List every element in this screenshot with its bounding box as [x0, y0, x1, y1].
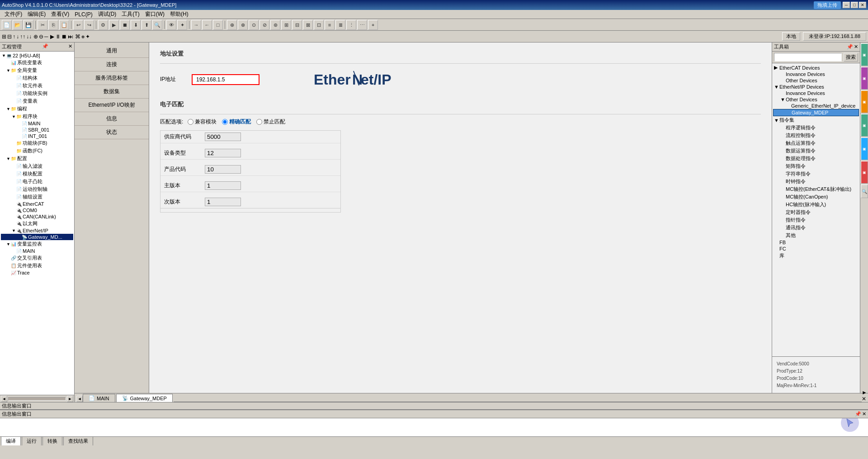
local-button[interactable]: 本地	[782, 32, 800, 41]
tb-mc-canopen[interactable]: MC轴控(CanOpen)	[773, 193, 859, 201]
tree-item-softvar[interactable]: 📄 软元件表	[1, 82, 73, 90]
tb-generic-eip[interactable]: Generic_EtherNet_IP_device	[773, 103, 859, 109]
io-tab-compile[interactable]: 编译	[1, 436, 21, 445]
tree-item-config[interactable]: ▼ 📁 配置	[1, 155, 73, 162]
right-btn2[interactable]: ▣	[861, 67, 868, 90]
tb-ethercat-inovance[interactable]: Inovance Devices	[773, 71, 859, 77]
pin-icon-info[interactable]: 📌	[855, 411, 861, 417]
tb-ethercat-other[interactable]: Other Devices	[773, 77, 859, 84]
tab-scroll-right[interactable]: ►	[862, 389, 867, 396]
tree-item-varmon[interactable]: ▼ 📊 变量监控表	[1, 240, 73, 248]
monitor-btn[interactable]: 👁	[166, 20, 176, 30]
tb2-btn8[interactable]: ⊖	[39, 33, 43, 40]
tree-item-sbr001[interactable]: 📄 SBR_001	[1, 127, 73, 133]
tb-data-calc[interactable]: 数据运算指令	[773, 147, 859, 155]
tb-clock[interactable]: 时钟指令	[773, 178, 859, 185]
tree-item-ethercat[interactable]: 🔌 EtherCAT	[1, 201, 73, 207]
tree-item-infilter[interactable]: 📄 输入滤波	[1, 162, 73, 170]
tree-item-com0[interactable]: 🔌 COM0	[1, 207, 73, 213]
tb-mc-ethercat[interactable]: MC轴控(EtherCAT&脉冲输出)	[773, 185, 859, 193]
tb-ethernetip-devices[interactable]: ▼EtherNet/IP Devices	[773, 84, 859, 90]
right-btn5[interactable]: ▣	[861, 137, 868, 160]
tb2-btn6[interactable]: ↓↓	[26, 33, 32, 40]
tree-scroll-left[interactable]: ◄	[1, 396, 7, 402]
redo-btn[interactable]: ↪	[84, 20, 94, 30]
run-btn[interactable]: ▶	[109, 20, 119, 30]
nav-dataset[interactable]: 数据集	[75, 85, 149, 99]
tb2-btn13[interactable]: ⏭	[68, 33, 73, 40]
nav-info[interactable]: 信息	[75, 112, 149, 126]
tb2-btn3[interactable]: ↑	[13, 33, 15, 40]
tree-content[interactable]: ▼ 💻 22 [H5U-A8] 📊 系统变量表 ▼ 📁 全局变量 📄 结构体	[0, 52, 74, 395]
tb-extra9[interactable]: ⊡	[314, 20, 324, 30]
tb-extra10[interactable]: ≡	[325, 20, 335, 30]
radio-compat[interactable]: 兼容模块	[188, 118, 217, 126]
field-devtype-input[interactable]	[205, 149, 241, 157]
tree-item-fc[interactable]: 📁 函数(FC)	[1, 147, 73, 155]
open-btn[interactable]: 📂	[13, 20, 23, 30]
tree-item-main[interactable]: 📄 MAIN	[1, 120, 73, 127]
undo-btn[interactable]: ↩	[73, 20, 83, 30]
cross-ref-btn[interactable]: ✦	[177, 20, 187, 30]
tb-prog-logic[interactable]: 程序逻辑指令	[773, 124, 859, 132]
tree-scroll-right[interactable]: ►	[67, 396, 73, 402]
tb2-btn9[interactable]: ─	[44, 33, 48, 40]
close-tree-icon[interactable]: ✕	[68, 43, 72, 50]
tb-timer[interactable]: 定时器指令	[773, 208, 859, 216]
field-vendcode-input[interactable]	[205, 132, 241, 141]
ip-input[interactable]	[192, 74, 259, 85]
right-btn1[interactable]: ▣	[861, 43, 868, 66]
tree-item-fbinst[interactable]: 📄 功能块实例	[1, 90, 73, 97]
menu-tools[interactable]: 工具(T)	[119, 9, 142, 19]
tree-scrollbar[interactable]	[8, 397, 66, 401]
io-tab-findresult[interactable]: 查找结果	[63, 436, 93, 445]
disconnect-btn[interactable]: ←	[202, 20, 212, 30]
tb-ethernetip-inovance[interactable]: Inovance Devices	[773, 90, 859, 96]
ip-button[interactable]: 未登录:IP:192.168.1.88	[803, 32, 866, 41]
tb2-btn11[interactable]: ⏸	[55, 33, 61, 40]
close-button[interactable]: ✕	[859, 2, 866, 8]
tree-item-root[interactable]: ▼ 💻 22 [H5U-A8]	[1, 52, 73, 59]
tb-extra5[interactable]: ⊛	[270, 20, 280, 30]
tree-item-motion[interactable]: 📄 运动控制轴	[1, 185, 73, 193]
tb2-btn5[interactable]: ↑↑	[20, 33, 25, 40]
field-majver-input[interactable]	[205, 181, 241, 190]
nav-connect[interactable]: 连接	[75, 58, 149, 71]
right-btn3[interactable]: ▣	[861, 90, 868, 113]
search-btn[interactable]: 🔍	[152, 20, 162, 30]
tb2-btn15[interactable]: ✦	[85, 33, 90, 40]
field-prodcode-input[interactable]	[205, 165, 241, 174]
tb-extra7[interactable]: ⊟	[292, 20, 302, 30]
nav-general[interactable]: 通用	[75, 44, 149, 58]
tb-fb[interactable]: FB	[773, 239, 859, 246]
panel-btn[interactable]: □	[213, 20, 223, 30]
tb-extra14[interactable]: ⌖	[368, 20, 378, 30]
compile-btn[interactable]: ⚙	[98, 20, 108, 30]
tb-extra6[interactable]: ⊞	[281, 20, 291, 30]
tb-fc[interactable]: FC	[773, 246, 859, 252]
tree-item-axisgrp[interactable]: 📄 轴组设置	[1, 193, 73, 201]
download-btn[interactable]: ⬇	[131, 20, 141, 30]
tb-pointer[interactable]: 指针指令	[773, 216, 859, 224]
nav-io-map[interactable]: Ethernet/IP I/O映射	[75, 99, 149, 112]
tree-item-modconfig[interactable]: 📄 模块配置	[1, 170, 73, 178]
tb-flow-ctrl[interactable]: 流程控制指令	[773, 132, 859, 139]
menu-plc[interactable]: PLC(P)	[72, 10, 95, 19]
nav-status[interactable]: 状态	[75, 126, 149, 139]
tb-extra1[interactable]: ⊕	[227, 20, 237, 30]
menu-debug[interactable]: 调试(D)	[95, 9, 119, 19]
tree-item-sysvar[interactable]: 📊 系统变量表	[1, 59, 73, 66]
radio-exact[interactable]: 精确匹配	[222, 118, 251, 126]
menu-view[interactable]: 查看(V)	[48, 9, 72, 19]
tree-item-cam[interactable]: 📄 电子凸轮	[1, 178, 73, 185]
tb2-btn7[interactable]: ⊕	[33, 33, 38, 40]
tb-ethernetip-other[interactable]: ▼Other Devices	[773, 96, 859, 103]
tree-item-varmon-main[interactable]: 📄 MAIN	[1, 248, 73, 254]
tb-extra12[interactable]: ⋮	[346, 20, 356, 30]
right-search[interactable]: 🔍	[861, 185, 868, 198]
toolbox-content[interactable]: ▶EtherCAT Devices Inovance Devices Other…	[772, 63, 860, 356]
toolbox-search-input[interactable]	[774, 53, 842, 62]
close-info-icon[interactable]: ✕	[862, 411, 866, 417]
tb-comm[interactable]: 通讯指令	[773, 224, 859, 232]
tree-item-ethernet[interactable]: 🔌 以太网	[1, 220, 73, 227]
